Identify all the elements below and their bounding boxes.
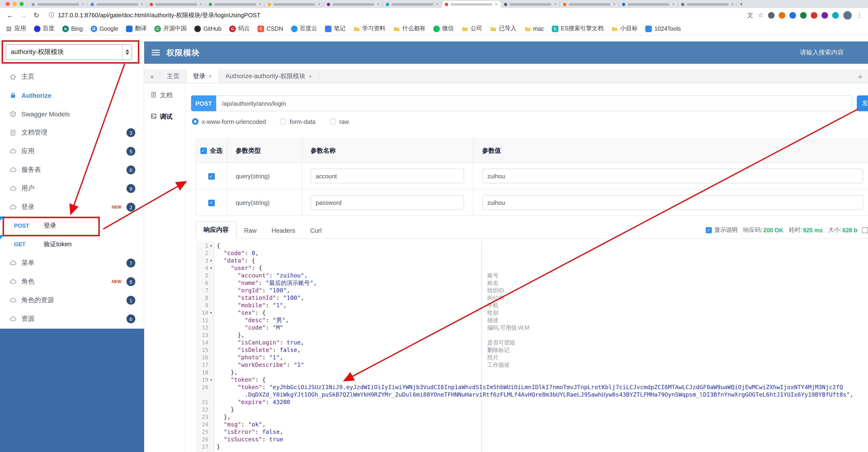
bookmark-star-icon[interactable]: ☆ [758,12,764,18]
bookmark-item[interactable]: CCSDN [258,25,283,32]
window-control-dot[interactable] [6,2,10,6]
close-icon[interactable]: × [209,73,212,79]
response-tab[interactable]: 响应内容 [196,222,237,239]
profile-avatar[interactable] [843,11,852,19]
browser-tab[interactable]: × [323,1,383,8]
document-tab[interactable]: 主页 [160,69,186,83]
extension-icon[interactable] [789,12,796,19]
document-tab[interactable]: Authorize-authority-权限模块× [219,69,319,83]
browser-tab[interactable]: × [678,1,737,8]
tab-close-icon[interactable]: × [554,2,557,6]
browser-menu-icon[interactable]: ⋮ [857,12,862,18]
tab-close-icon[interactable]: × [436,2,438,6]
document-tab[interactable]: 登录× [186,69,219,83]
panel-tab-doc[interactable]: 文档 [144,87,185,104]
response-tab[interactable]: Raw [237,223,264,238]
tab-close-icon[interactable]: × [672,2,675,6]
sidebar-item[interactable]: Swagger Models [0,105,144,123]
browser-tab[interactable]: × [619,1,678,8]
param-name-input[interactable] [311,195,464,210]
content-type-radio[interactable]: x-www-form-urlencoded [192,118,266,125]
tab-close-icon[interactable]: × [259,2,261,6]
site-info-icon[interactable]: ⓘ [49,11,54,19]
content-type-radio[interactable]: raw [330,118,349,125]
content-type-radio[interactable]: form-data [280,118,315,125]
extension-icon[interactable] [811,12,817,19]
window-controls[interactable] [0,2,28,8]
menu-toggle-icon[interactable] [152,50,160,55]
param-value-input[interactable] [482,195,863,210]
tab-close-icon[interactable]: × [82,2,84,6]
browser-tab[interactable]: × [442,1,501,8]
panel-tab-debug[interactable]: 调试 [144,109,185,125]
bookmark-item[interactable]: GitHub [194,25,221,32]
request-url-input[interactable]: /api/authority/anno/login [216,95,852,111]
browser-tab[interactable]: × [383,1,442,8]
response-body-viewer[interactable]: 1▾23▾4▾5678910▾111213141516171819▾202122… [196,241,868,452]
extension-icon[interactable] [822,12,828,19]
tab-close-icon[interactable]: × [318,2,320,6]
tab-close-icon[interactable]: × [495,2,497,6]
window-control-dot[interactable] [12,2,17,6]
sidebar-item[interactable]: 登录NEW2 [0,198,144,217]
close-icon[interactable]: × [309,73,312,79]
browser-tab[interactable]: × [28,1,87,8]
bookmark-item[interactable]: 百度 [34,25,54,33]
send-button[interactable]: 发送 [857,95,868,111]
extension-icon[interactable] [800,12,807,19]
fold-arrow-icon[interactable]: ▾ [208,310,214,315]
forward-icon[interactable]: → [20,12,27,19]
header-search-input[interactable]: 请输入搜索内容 [800,49,844,57]
translate-icon[interactable]: 文 [747,12,753,18]
tab-close-icon[interactable]: × [141,2,143,6]
reload-icon[interactable]: ↻ [33,12,39,19]
select-all-checkbox[interactable]: ✓ [200,147,207,154]
fold-arrow-icon[interactable]: ▾ [208,266,214,271]
bookmark-item[interactable]: 1024Tools [646,25,681,32]
tab-close-icon[interactable]: × [613,2,616,6]
bookmark-item[interactable]: EES搜索引擎文档 [552,25,603,33]
bookmark-item[interactable]: 翻译 [126,25,147,33]
fold-arrow-icon[interactable]: ▾ [208,377,214,382]
sidebar-item[interactable]: 用户9 [0,179,144,198]
bookmark-item[interactable]: GGoogle [91,25,118,32]
bookmark-item[interactable]: 已导入 [490,25,516,33]
bookmark-item[interactable]: 什么都有 [393,25,425,33]
response-tab[interactable]: Headers [264,223,303,238]
sidebar-item[interactable]: 主页 [0,67,144,86]
browser-tab[interactable]: × [501,1,560,8]
bookmark-item[interactable]: 笔记 [325,25,345,33]
sidebar-item[interactable]: 角色NEW8 [0,272,144,291]
sidebar-item[interactable]: 资源6 [0,310,144,328]
fullscreen-icon[interactable] [862,227,868,233]
bookmark-item[interactable]: mac [524,25,544,32]
bookmark-item[interactable]: G码云 [229,25,250,33]
bookmark-item[interactable]: 学习资料 [353,25,385,33]
extension-icon[interactable] [768,12,775,19]
sidebar-item[interactable]: 角色的资源1 [0,291,144,310]
bookmark-item[interactable]: 微信 [433,25,454,33]
tabs-scroll-right-icon[interactable]: » [852,69,868,83]
browser-tab[interactable]: × [560,1,619,8]
param-name-input[interactable] [311,169,464,183]
sidebar-item[interactable]: 菜单7 [0,254,144,272]
browser-tab[interactable]: × [147,1,206,8]
bookmark-item[interactable]: 应用 [6,25,26,33]
browser-tab[interactable]: × [87,1,147,8]
bookmark-item[interactable]: bBing [62,25,83,32]
service-select[interactable]: authority-权限模块 [6,44,132,60]
new-tab-button[interactable]: + [737,1,747,8]
sidebar-item[interactable]: Authorize [0,86,144,105]
fold-arrow-icon[interactable]: ▾ [208,258,214,263]
browser-tab[interactable]: × [265,1,323,8]
tabs-scroll-left-icon[interactable]: « [144,69,160,83]
back-icon[interactable]: ← [6,12,13,19]
bookmark-item[interactable]: 小目标 [611,25,638,33]
window-control-dot[interactable] [20,2,24,6]
bookmark-item[interactable]: 百度云 [291,25,317,33]
tab-close-icon[interactable]: × [377,2,379,6]
sidebar-api-item-post[interactable]: POST登录 [0,217,144,235]
sidebar-item[interactable]: 应用5 [0,142,144,161]
param-checkbox[interactable]: ✓ [208,200,215,206]
bookmark-item[interactable]: 公司 [462,25,482,33]
